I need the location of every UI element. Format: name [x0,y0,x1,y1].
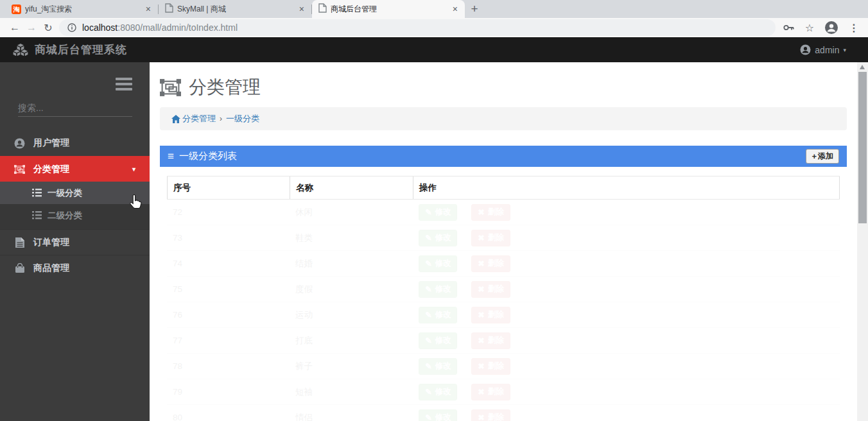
back-icon[interactable]: ← [6,22,23,33]
delete-button[interactable]: ✖删除 [471,307,510,323]
tab-title: yifu_淘宝搜索 [25,4,140,15]
delete-button[interactable]: ✖删除 [471,409,510,421]
edit-button[interactable]: ✎修改 [419,281,457,298]
edit-button[interactable]: ✎修改 [419,384,457,400]
table-row: 80 情侣 ✎修改 ✖删除 [167,405,840,421]
tab-close-icon[interactable]: × [451,4,460,14]
edit-button[interactable]: ✎修改 [419,358,457,375]
main-content: 分类管理 分类管理 › 一级分类 ≡ 一级分类列表 +添加 序号 名称 [150,62,857,421]
breadcrumb-current: 一级分类 [226,113,259,125]
sidebar: 用户管理 分类管理 ▾ 一级分类 [0,62,150,421]
delete-button[interactable]: ✖删除 [471,255,510,272]
shopping-bag-icon [14,263,25,273]
cell-actions: ✎修改 ✖删除 [413,409,840,421]
reload-icon[interactable]: ↻ [40,22,56,34]
cubes-icon [13,44,28,56]
delete-button[interactable]: ✖删除 [471,384,510,400]
page-scrollbar[interactable] [857,62,868,421]
cell-name: 鞋类 [290,232,413,244]
cell-name: 结婚 [290,258,413,270]
delete-button[interactable]: ✖删除 [471,230,510,246]
cell-actions: ✎修改 ✖删除 [413,230,840,246]
pencil-icon: ✎ [425,310,431,320]
edit-button[interactable]: ✎修改 [419,307,457,323]
cell-actions: ✎修改 ✖删除 [413,204,840,221]
key-icon[interactable] [783,24,795,31]
trash-icon: ✖ [478,387,484,397]
edit-button[interactable]: ✎修改 [419,204,457,221]
pencil-icon: ✎ [425,361,431,371]
pencil-icon: ✎ [425,336,431,345]
cell-name: 情侣 [290,412,413,421]
tab-title: 商城后台管理 [331,4,447,15]
edit-button[interactable]: ✎修改 [419,230,457,246]
cell-id: 76 [167,310,290,320]
tab-close-icon[interactable]: × [297,4,306,14]
edit-button[interactable]: ✎修改 [419,409,457,421]
sidebar-item-level1-category[interactable]: 一级分类 [0,182,150,204]
page-title-text: 分类管理 [189,75,261,99]
add-button-label: 添加 [818,151,833,162]
cell-id: 80 [167,413,290,421]
tab-taobao-search[interactable]: 淘 yifu_淘宝搜索 × [5,0,158,18]
sidebar-item-label: 用户管理 [33,137,69,149]
cell-id: 79 [167,387,290,397]
delete-button[interactable]: ✖删除 [471,204,510,221]
page-info-icon[interactable] [67,23,76,32]
tab-close-icon[interactable]: × [144,4,153,14]
file-text-icon [14,237,25,248]
scrollbar-up-arrow-icon[interactable] [860,65,865,69]
admin-username: admin [815,45,839,55]
browser-toolbar: ← → ↻ localhost:8080/mall/admin/toIndex.… [0,18,868,37]
menu-toggle-icon[interactable] [116,78,132,93]
sidebar-item-orders[interactable]: 订单管理 [0,229,150,255]
cell-id: 74 [167,259,290,268]
app-navbar: 商城后台管理系统 admin ▾ [0,37,868,62]
tab-skymall[interactable]: SkyMall | 商城 × [159,0,311,18]
scrollbar-thumb[interactable] [858,72,867,223]
table-row: 73 鞋类 ✎修改 ✖删除 [167,225,840,251]
breadcrumb-separator: › [220,114,222,123]
sidebar-item-label: 二级分类 [48,210,82,221]
delete-button[interactable]: ✖删除 [471,332,510,349]
cell-actions: ✎修改 ✖删除 [413,384,840,400]
table-row: 74 结婚 ✎修改 ✖删除 [167,251,840,277]
cell-name: 打底 [290,335,413,347]
address-bar[interactable]: localhost:8080/mall/admin/toIndex.html [59,19,776,36]
bookmark-star-icon[interactable]: ☆ [805,22,814,34]
pencil-icon: ✎ [425,387,431,397]
table-row: 79 短袖 ✎修改 ✖删除 [167,379,840,405]
table-row: 78 裤子 ✎修改 ✖删除 [167,354,840,379]
cell-id: 72 [167,207,290,217]
sidebar-item-label: 分类管理 [33,164,69,175]
table-row: 77 打底 ✎修改 ✖删除 [167,328,840,354]
sidebar-submenu: 一级分类 二级分类 [0,182,150,229]
app-brand[interactable]: 商城后台管理系统 [13,42,127,57]
tab-mall-admin-active[interactable]: 商城后台管理 × [312,0,465,18]
add-button[interactable]: +添加 [806,149,839,164]
breadcrumb-link-categories[interactable]: 分类管理 [182,113,216,125]
chrome-menu-icon[interactable]: ⋮ [849,22,859,34]
sidebar-search-input[interactable] [18,99,132,117]
admin-menu[interactable]: admin ▾ [800,44,846,55]
profile-avatar-icon[interactable] [824,21,838,35]
sidebar-item-categories[interactable]: 分类管理 ▾ [0,156,150,182]
chevron-down-icon: ▾ [132,166,135,173]
sidebar-item-users[interactable]: 用户管理 [0,130,150,156]
edit-button[interactable]: ✎修改 [419,332,457,349]
trash-icon: ✖ [478,361,484,371]
trash-icon: ✖ [478,259,484,268]
edit-button[interactable]: ✎修改 [419,255,457,272]
trash-icon: ✖ [478,233,484,243]
user-circle-icon [14,138,25,149]
sidebar-item-level2-category[interactable]: 二级分类 [0,204,150,227]
table-row: 72 休闲 ✎修改 ✖删除 [167,200,840,225]
delete-button[interactable]: ✖删除 [471,358,510,375]
delete-button[interactable]: ✖删除 [471,281,510,298]
taobao-favicon-icon: 淘 [12,4,21,14]
sidebar-item-products[interactable]: 商品管理 [0,255,150,280]
forward-icon[interactable]: → [23,22,40,33]
new-tab-button[interactable]: + [465,0,484,18]
panel-title: 一级分类列表 [179,150,237,162]
pencil-icon: ✎ [425,233,431,243]
